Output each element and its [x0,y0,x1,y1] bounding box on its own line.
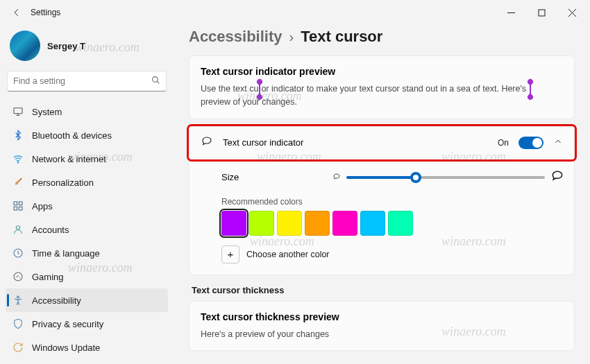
indicator-large-icon [550,169,564,186]
search-icon [151,75,160,87]
maximize-button[interactable] [526,1,557,24]
svg-rect-0 [539,10,545,16]
minimize-button[interactable] [496,1,526,24]
svg-rect-7 [19,207,22,210]
cursor-indicator-preview-1 [259,85,260,94]
window-controls [496,1,587,24]
color-swatches [221,211,564,236]
thickness-text: Here's a preview of your changes [201,328,563,341]
slider-thumb[interactable] [410,172,421,183]
sidebar-item-bluetooth[interactable]: Bluetooth & devices [6,123,168,147]
color-swatch-lime[interactable] [249,211,274,236]
preview-heading: Text cursor indicator preview [201,66,563,77]
sidebar-item-accounts[interactable]: Accounts [6,218,168,241]
text-cursor-indicator-row[interactable]: Text cursor indicator On [189,126,575,159]
search-input[interactable] [13,76,151,86]
settings-search[interactable] [7,71,167,92]
sidebar-item-time[interactable]: Time & language [6,241,168,265]
color-swatch-cyan[interactable] [360,211,385,236]
sidebar-item-gaming[interactable]: Gaming [6,265,168,288]
thickness-preview-card: Text cursor thickness preview Here's a p… [189,301,575,352]
preview-text: Use the text cuor indicator to make your… [201,83,563,109]
plus-icon: + [221,245,239,263]
apps-icon [12,200,24,211]
close-button[interactable] [557,1,587,24]
accessibility-icon [12,295,24,306]
indicator-subpanel: Size Recommended colors + Choose ano [189,157,575,275]
sidebar-item-accessibility[interactable]: Accessibility [6,288,168,312]
sidebar: Sergey T System Bluetooth & devices Netw… [0,25,174,364]
bluetooth-icon [12,130,24,141]
indicator-label: Text cursor indicator [223,137,488,148]
svg-rect-5 [19,202,22,205]
thickness-heading: Text cursor thickness preview [201,311,563,322]
svg-point-11 [17,296,19,298]
system-icon [12,106,24,117]
size-label: Size [221,172,332,182]
shield-icon [12,318,24,329]
cursor-indicator-preview-2 [530,85,531,94]
page-title: Text cursor [301,28,382,46]
clock-globe-icon [12,248,24,259]
color-swatch-pink[interactable] [332,211,357,236]
toggle-state-label: On [498,138,509,148]
thickness-section-header: Text cursor thickness [192,285,575,295]
indicator-icon [201,135,213,150]
indicator-toggle[interactable] [519,137,543,149]
sidebar-item-system[interactable]: System [6,100,168,123]
choose-another-color[interactable]: + Choose another color [221,245,564,263]
gaming-icon [12,271,24,282]
color-swatch-turquoise[interactable] [388,211,413,236]
brush-icon [12,177,24,188]
sidebar-item-personalization[interactable]: Personalization [6,171,168,194]
indicator-small-icon [332,171,341,184]
recommended-colors-label: Recommended colors [221,197,564,207]
username: Sergey T [47,41,85,51]
color-swatch-orange[interactable] [305,211,330,236]
size-row: Size [221,164,564,197]
person-icon [12,224,24,235]
window-title: Settings [31,8,60,17]
wifi-icon [12,153,24,164]
color-swatch-yellow[interactable] [277,211,302,236]
indicator-preview-card: Text cursor indicator preview Use the te… [189,55,575,119]
breadcrumb: Accessibility › Text cursor [189,28,575,46]
svg-rect-4 [14,202,17,205]
user-profile[interactable]: Sergey T [6,25,168,71]
sidebar-item-privacy[interactable]: Privacy & security [6,312,168,336]
content-area: Accessibility › Text cursor Text cursor … [174,25,590,364]
sidebar-item-network[interactable]: Network & internet [6,147,168,171]
titlebar: Settings [0,0,590,25]
svg-point-3 [17,162,18,163]
back-button[interactable] [7,3,26,22]
expand-chevron-icon[interactable] [553,137,563,149]
update-icon [12,342,24,353]
svg-point-1 [153,77,158,83]
svg-point-8 [16,226,19,229]
color-swatch-purple[interactable] [221,211,246,236]
sidebar-item-update[interactable]: Windows Update [6,336,168,359]
size-slider[interactable] [346,176,545,179]
sidebar-item-apps[interactable]: Apps [6,194,168,218]
svg-rect-6 [14,207,17,210]
avatar [10,31,40,61]
svg-rect-2 [14,108,22,114]
breadcrumb-parent[interactable]: Accessibility [189,28,283,46]
